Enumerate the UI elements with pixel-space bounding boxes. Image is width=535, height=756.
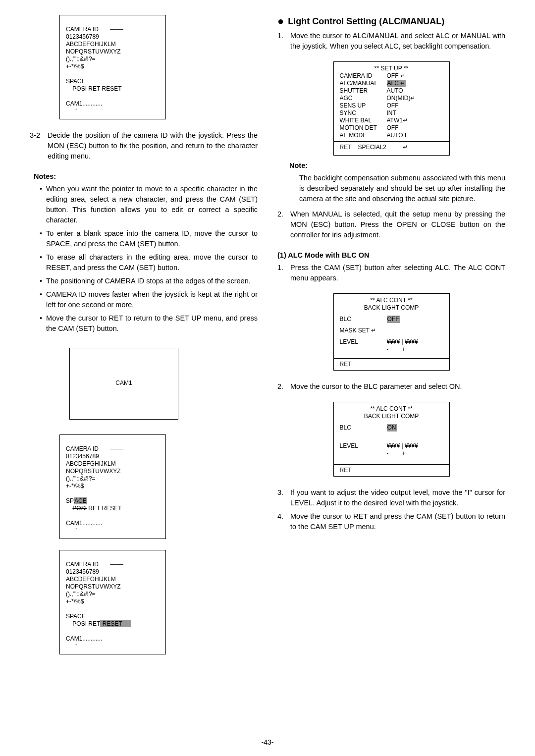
line: 0123456789 (66, 33, 99, 40)
bullet-icon: • (40, 276, 42, 286)
bullet-icon: • (40, 228, 42, 249)
note-text: To enter a blank space into the camera I… (46, 228, 258, 249)
line: CAMERA ID –––– (66, 26, 123, 33)
line: ABCDEFGHIJKLM (66, 460, 116, 467)
menu-value: ON(MID)↵ (387, 95, 416, 102)
menu-label: AGC (340, 95, 387, 102)
bullet-icon: • (40, 184, 42, 225)
camera-id-screen-1: CAMERA ID –––– 0123456789 ABCDEFGHIJKLM … (59, 15, 166, 119)
step-body: Press the CAM (SET) button after selecti… (290, 263, 505, 283)
level-signs: - + (387, 346, 406, 353)
line: CAMERA ID –––– (66, 561, 123, 568)
arrow-up-icon: ↑ (75, 642, 78, 648)
line: NOPQRSTUVWXYZ (66, 48, 121, 55)
line: 0123456789 (66, 568, 99, 575)
step-body: Move the cursor to ALC/MANUAL and select… (290, 31, 505, 52)
notes-section: Notes: •When you want the pointer to mov… (30, 171, 258, 334)
left-column: CAMERA ID –––– 0123456789 ABCDEFGHIJKLM … (30, 15, 258, 654)
step-body: Decide the position of the camera ID wit… (48, 130, 258, 162)
level-label: LEVEL (340, 442, 387, 450)
notes-heading: Notes: (34, 171, 258, 182)
line: +-*/%$ (66, 63, 84, 70)
note-block: Note: The backlight compensation submenu… (289, 161, 505, 204)
blc-value: ON (387, 424, 397, 432)
step-body: When MANUAL is selected, quit the setup … (290, 209, 505, 240)
space-hl: ACE (74, 497, 87, 504)
arrow-up-icon: ↑ (75, 526, 78, 533)
menu-label: SHUTTER (340, 87, 387, 95)
subsection-heading: (1) ALC Mode with BLC ON (277, 250, 505, 261)
menu-value: OFF (387, 102, 399, 109)
alc-title1: ** ALC CONT ** (340, 405, 443, 413)
note-text: CAMERA ID moves faster when the joystick… (46, 289, 258, 310)
cam-line: CAM1............ (66, 635, 102, 642)
step-number: 2. (277, 381, 286, 392)
alc-title1: ** ALC CONT ** (340, 297, 443, 304)
ret-label: RET (340, 467, 443, 476)
menu-value: OFF (387, 124, 399, 132)
menu-value: AUTO L (387, 132, 408, 139)
step-number: 3. (277, 487, 286, 508)
step-body: Move the cursor to RET and press the CAM… (290, 511, 505, 532)
blc-label: BLC (340, 424, 387, 432)
bullet-icon: • (40, 289, 42, 310)
note-heading: Note: (289, 161, 505, 171)
level-signs: - + (387, 450, 406, 457)
step-number: 4. (277, 511, 286, 532)
setup-menu-screen: ** SET UP ** CAMERA IDOFF ↵ ALC/MANUALAL… (333, 61, 450, 156)
menu-value: OFF ↵ (387, 72, 405, 80)
section-title: ● Light Control Setting (ALC/MANUAL) (277, 15, 505, 28)
line: ().,'":;&#!?= (66, 591, 96, 597)
menu-value: ATW1↵ (387, 117, 408, 124)
alc-title2: BACK LIGHT COMP (340, 304, 443, 312)
line: +-*/%$ (66, 483, 84, 489)
level-scale: ¥¥¥¥ | ¥¥¥¥ (387, 442, 418, 450)
note-text: The positioning of CAMERA ID stops at th… (46, 276, 258, 286)
line: ().,'":;&#!?= (66, 55, 96, 62)
mask-set: MASK SET ↵ (340, 327, 443, 334)
line: NOPQRSTUVWXYZ (66, 583, 121, 590)
level-label: LEVEL (340, 338, 387, 346)
menu-label: SYNC (340, 109, 387, 117)
note-text: To erase all characters in the editing a… (46, 252, 258, 273)
step-number: 1. (277, 31, 286, 52)
menu-label: MOTION DET (340, 124, 387, 132)
step-body: If you want to adjust the video output l… (290, 487, 505, 508)
posi-struck: POSI (72, 505, 87, 512)
ret-pre: RET (87, 620, 100, 627)
blc-value: OFF (387, 316, 400, 323)
line: ABCDEFGHIJKLM (66, 41, 116, 48)
posi-struck: POSI (72, 620, 87, 627)
line: CAMERA ID –––– (66, 445, 123, 452)
camera-id-screen-2: CAMERA ID –––– 0123456789 ABCDEFGHIJKLM … (59, 434, 166, 539)
step-number: 2. (277, 209, 286, 240)
line: 0123456789 (66, 453, 99, 460)
step-body: Move the cursor to the BLC parameter and… (290, 381, 505, 392)
ret-reset: RET RESET (87, 505, 121, 512)
alc-cont-screen-2: ** ALC CONT ** BACK LIGHT COMP BLCON LEV… (333, 402, 450, 477)
note-body: The backlight compensation submenu assoc… (289, 173, 505, 204)
cam-preview-box: CAM1 (69, 348, 178, 420)
blc-label: BLC (340, 316, 387, 323)
menu-label: AF MODE (340, 132, 387, 139)
space-label: SPACE (66, 613, 86, 620)
alc-cont-screen-1: ** ALC CONT ** BACK LIGHT COMP BLCOFF MA… (333, 293, 450, 371)
menu-bottom: RET SPECIAL2 ↵ (340, 144, 443, 151)
arrow-up-icon: ↑ (75, 107, 78, 113)
reset-hl: RESET (100, 620, 131, 627)
cam-line: CAM1............ (66, 520, 102, 527)
menu-label: ALC/MANUAL (340, 80, 387, 87)
menu-label: WHITE BAL (340, 117, 387, 124)
menu-label: SENS UP (340, 102, 387, 109)
right-column: ● Light Control Setting (ALC/MANUAL) 1. … (277, 15, 505, 654)
line: ().,'":;&#!?= (66, 475, 96, 482)
bullet-icon: • (40, 252, 42, 273)
cam-line: CAM1............ (66, 100, 102, 107)
line: +-*/%$ (66, 598, 84, 605)
menu-value: AUTO (387, 87, 403, 95)
posi-struck: POSI (72, 85, 87, 92)
level-scale: ¥¥¥¥ | ¥¥¥¥ (387, 338, 418, 346)
ret-reset: RET RESET (87, 85, 121, 92)
step-3-2: 3-2 Decide the position of the camera ID… (30, 130, 258, 162)
alc-title2: BACK LIGHT COMP (340, 413, 443, 420)
